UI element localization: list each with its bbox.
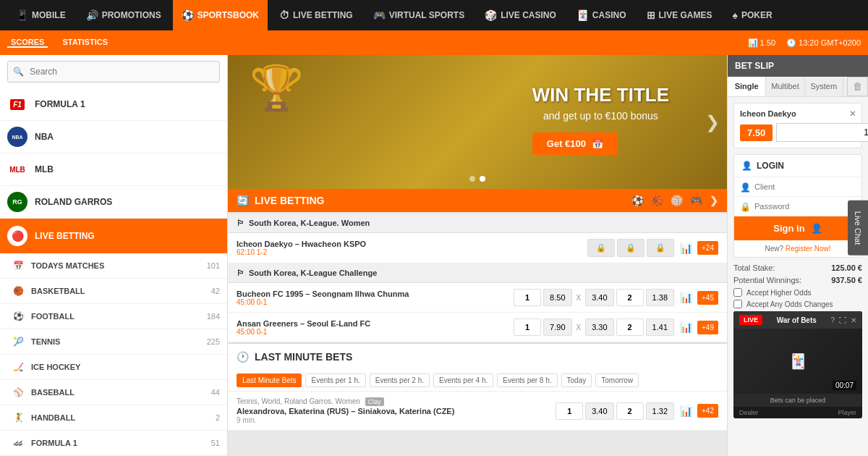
odd-1-home-3[interactable]: 1 — [514, 318, 541, 336]
ice-hockey-icon: 🏒 — [11, 360, 25, 374]
accept-higher-odds-checkbox[interactable] — [733, 288, 742, 297]
gaming-filter-icon[interactable]: 🎮 — [690, 195, 702, 206]
accept-any-odds-checkbox[interactable] — [733, 300, 742, 308]
odd-x-locked[interactable]: 🔒 — [617, 239, 644, 257]
bet-close-button[interactable]: ✕ — [849, 109, 856, 119]
subnav-statistics[interactable]: STATISTICS — [59, 38, 111, 48]
live-betting-label: LIVE BETTING — [35, 231, 220, 241]
lm-tab-1h[interactable]: Events per 1 h. — [305, 373, 365, 387]
odd-2-value[interactable]: 1.38 — [646, 289, 674, 306]
odd-2-locked[interactable]: 🔒 — [647, 239, 674, 257]
lm-tab-4h[interactable]: Events per 4 h. — [433, 373, 493, 387]
lm-tab-8h[interactable]: Events per 8 h. — [497, 373, 557, 387]
tennis-more-button[interactable]: +42 — [697, 404, 718, 418]
sidebar-item-ice-hockey[interactable]: 🏒 ICE HOCKEY — [0, 355, 227, 380]
sidebar-item-mlb[interactable]: MLB MLB — [0, 153, 227, 186]
nav-live-games[interactable]: ⊞ LIVE GAMES — [638, 0, 721, 30]
odd-1-locked[interactable]: 🔒 — [587, 239, 615, 257]
odd-2-label[interactable]: 2 — [616, 289, 644, 306]
search-input[interactable] — [7, 61, 220, 83]
sidebar-item-todays-matches[interactable]: 📅 TODAYS MATCHES 101 — [0, 253, 227, 279]
help-icon[interactable]: ? — [830, 316, 835, 324]
bet-team: Icheon Daekyo ✕ — [740, 109, 856, 119]
chevron-right-icon[interactable]: ❯ — [710, 195, 718, 206]
fullscreen-icon[interactable]: ⛶ — [839, 316, 846, 324]
betslip-tab-single[interactable]: Single — [728, 77, 766, 96]
nav-sportsbook[interactable]: ⚽ SPORTSBOOK — [173, 0, 268, 30]
nav-live-casino[interactable]: 🎲 LIVE CASINO — [476, 0, 565, 30]
stats-icon-2[interactable]: 📊 — [680, 292, 692, 303]
sidebar-item-live-betting[interactable]: 🔴 LIVE BETTING — [0, 219, 227, 253]
betslip-tab-system[interactable]: System — [805, 77, 843, 96]
odds-format[interactable]: 📊 1.50 — [748, 38, 775, 48]
more-markets-button[interactable]: +24 — [697, 241, 718, 255]
banner-cta-button[interactable]: Get €100 📅 — [532, 132, 618, 155]
nav-poker[interactable]: ♠ POKER — [724, 0, 781, 30]
banner-next-arrow[interactable]: ❯ — [705, 112, 720, 132]
odd-2-label-3[interactable]: 2 — [616, 318, 644, 336]
lm-tab-2h[interactable]: Events per 2 h. — [370, 373, 430, 387]
sidebar-item-formula1[interactable]: F1 FORMULA 1 — [0, 88, 227, 121]
betslip-clear-button[interactable]: 🗑 — [847, 77, 868, 96]
match-odds: 🔒 🔒 🔒 📊 +24 — [587, 239, 718, 257]
stats-icon-3[interactable]: 📊 — [680, 321, 692, 333]
password-input[interactable] — [734, 197, 861, 216]
nav-live-betting[interactable]: ⏱ LIVE BETTING — [271, 0, 362, 30]
tennis-odd-2[interactable]: 2 — [616, 402, 644, 420]
odd-x-value-3[interactable]: 3.30 — [585, 318, 613, 336]
live-chat-button[interactable]: Live Chat — [848, 200, 868, 256]
soccer-filter-icon[interactable]: ⚽ — [631, 195, 644, 206]
nav-casino[interactable]: 🃏 CASINO — [568, 0, 635, 30]
sidebar-item-tennis[interactable]: 🎾 TENNIS 225 — [0, 329, 227, 355]
odd-1-value[interactable]: 8.50 — [543, 289, 571, 306]
sidebar-item-handball[interactable]: 🤾 HANDBALL 2 — [0, 405, 227, 431]
tennis-stats-icon[interactable]: 📊 — [680, 405, 692, 417]
more-markets-button-3[interactable]: +49 — [697, 321, 718, 334]
subnav-scores[interactable]: SCORES — [7, 38, 48, 48]
sidebar-item-nba[interactable]: NBA NBA — [0, 121, 227, 153]
promotions-icon: 🔊 — [86, 9, 98, 21]
basketball-filter-icon[interactable]: 🏀 — [651, 195, 663, 206]
accept-higher-odds-row: Accept Higher Odds — [733, 288, 862, 297]
sport-label: MLB — [35, 164, 220, 174]
signin-button[interactable]: Sign in 👤 — [734, 216, 861, 240]
betslip-tab-multibet[interactable]: Multibet — [766, 77, 804, 96]
nav-promotions[interactable]: 🔊 PROMOTIONS — [77, 0, 170, 30]
match-info: Icheon Daekyo – Hwacheon KSPO 62:10 1-2 — [237, 240, 587, 256]
close-video-icon[interactable]: ✕ — [851, 316, 856, 324]
volleyball-filter-icon[interactable]: 🏐 — [671, 195, 683, 206]
banner-dots — [469, 176, 485, 182]
lm-tab-today[interactable]: Today — [561, 373, 592, 387]
odd-1-home[interactable]: 1 — [514, 289, 541, 306]
sidebar-item-formula1-sub[interactable]: 🏎 FORMULA 1 51 — [0, 431, 227, 456]
more-markets-button-2[interactable]: +45 — [697, 291, 718, 305]
banner-title: WIN THE TITLE — [532, 84, 669, 106]
banner-dot-1[interactable] — [469, 176, 475, 182]
betslip-header: BET SLIP — [728, 55, 868, 77]
lm-tab-last-minute[interactable]: Last Minute Bets — [237, 373, 302, 387]
sidebar-item-roland-garros[interactable]: RG ROLAND GARROS — [0, 186, 227, 219]
odd-1-value-3[interactable]: 7.90 — [543, 318, 571, 336]
nav-virtual-sports[interactable]: 🎮 VIRTUAL SPORTS — [365, 0, 473, 30]
sidebar: 🔍 F1 FORMULA 1 NBA NBA MLB MLB RG ROLAND… — [0, 55, 228, 456]
stats-icon[interactable]: 📊 — [680, 242, 692, 254]
client-input[interactable] — [734, 177, 861, 197]
tennis-odd-1v[interactable]: 3.40 — [585, 402, 613, 420]
register-now-link[interactable]: Register Now! — [786, 245, 831, 253]
bet-item: Icheon Daekyo ✕ 7.50 — [733, 103, 862, 148]
tennis-odd-1[interactable]: 1 — [556, 402, 583, 420]
banner-dot-2[interactable] — [480, 176, 485, 182]
sidebar-item-baseball[interactable]: ⚾ BASEBALL 44 — [0, 380, 227, 405]
tennis-match-info: Tennis, World, Roland Garros. Women Clay… — [237, 397, 556, 424]
live-casino-icon: 🎲 — [485, 9, 497, 21]
odd-2-value-3[interactable]: 1.41 — [646, 318, 674, 336]
sidebar-item-basketball[interactable]: 🏀 BASKETBALL 42 — [0, 279, 227, 304]
video-player: 🃏 00:07 — [733, 329, 862, 394]
lm-tab-tomorrow[interactable]: Tomorrow — [595, 373, 639, 387]
sidebar-item-football[interactable]: ⚽ FOOTBALL 184 — [0, 304, 227, 329]
nav-mobile[interactable]: 📱 MOBILE — [7, 0, 75, 30]
video-section: LIVE War of Bets ? ⛶ ✕ 🃏 00:07 Bets can … — [733, 311, 862, 418]
bet-amount-input[interactable] — [776, 123, 868, 142]
odd-x-value[interactable]: 3.40 — [585, 289, 613, 306]
tennis-odd-2v[interactable]: 1.32 — [646, 402, 674, 420]
